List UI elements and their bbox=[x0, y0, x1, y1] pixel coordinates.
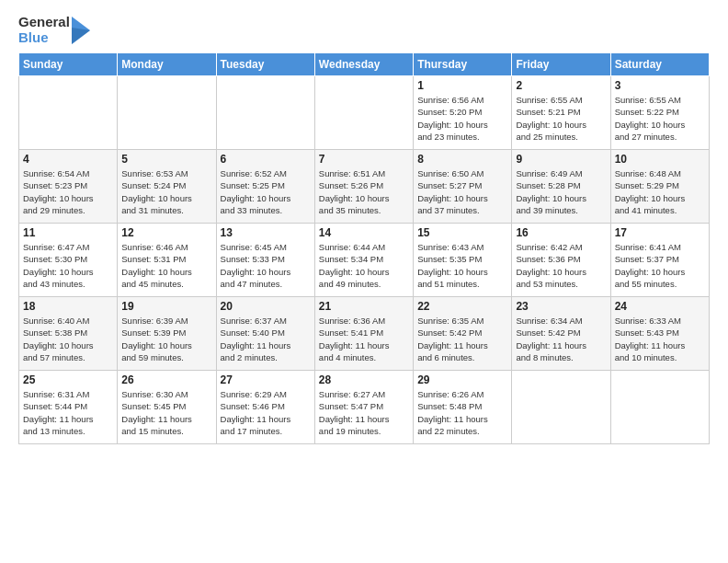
header-cell-wednesday: Wednesday bbox=[314, 53, 413, 76]
day-info: Sunrise: 6:45 AMSunset: 5:33 PMDaylight:… bbox=[221, 241, 311, 290]
calendar-body: 1Sunrise: 6:56 AMSunset: 5:20 PMDaylight… bbox=[19, 76, 710, 444]
day-cell-3: 3Sunrise: 6:55 AMSunset: 5:22 PMDaylight… bbox=[610, 76, 709, 150]
day-number: 3 bbox=[615, 79, 705, 92]
day-cell-28: 28Sunrise: 6:27 AMSunset: 5:47 PMDayligh… bbox=[314, 371, 413, 444]
day-number: 12 bbox=[121, 226, 211, 239]
day-number: 13 bbox=[221, 226, 311, 239]
day-info: Sunrise: 6:53 AMSunset: 5:24 PMDaylight:… bbox=[121, 167, 211, 216]
day-cell-7: 7Sunrise: 6:51 AMSunset: 5:26 PMDaylight… bbox=[314, 150, 413, 224]
day-number: 14 bbox=[319, 226, 409, 239]
day-number: 1 bbox=[417, 79, 507, 92]
day-info: Sunrise: 6:30 AMSunset: 5:45 PMDaylight:… bbox=[121, 388, 211, 437]
day-info: Sunrise: 6:54 AMSunset: 5:23 PMDaylight:… bbox=[23, 167, 113, 216]
week-row-1: 4Sunrise: 6:54 AMSunset: 5:23 PMDaylight… bbox=[19, 150, 710, 224]
day-info: Sunrise: 6:55 AMSunset: 5:22 PMDaylight:… bbox=[615, 94, 705, 143]
day-cell-29: 29Sunrise: 6:26 AMSunset: 5:48 PMDayligh… bbox=[414, 371, 512, 444]
day-cell-21: 21Sunrise: 6:36 AMSunset: 5:41 PMDayligh… bbox=[314, 297, 413, 371]
day-info: Sunrise: 6:29 AMSunset: 5:46 PMDaylight:… bbox=[221, 388, 311, 437]
week-row-2: 11Sunrise: 6:47 AMSunset: 5:30 PMDayligh… bbox=[19, 224, 710, 297]
day-cell-1: 1Sunrise: 6:56 AMSunset: 5:20 PMDaylight… bbox=[414, 76, 512, 150]
day-cell-16: 16Sunrise: 6:42 AMSunset: 5:36 PMDayligh… bbox=[512, 224, 610, 297]
page: General Blue SundayMondayTuesdayWednesda… bbox=[0, 0, 728, 563]
day-info: Sunrise: 6:37 AMSunset: 5:40 PMDaylight:… bbox=[221, 315, 311, 363]
day-number: 19 bbox=[121, 300, 211, 313]
day-info: Sunrise: 6:41 AMSunset: 5:37 PMDaylight:… bbox=[615, 241, 705, 290]
empty-cell bbox=[314, 76, 413, 150]
day-number: 5 bbox=[121, 153, 211, 166]
header-cell-monday: Monday bbox=[118, 53, 216, 76]
logo-general: General bbox=[18, 15, 70, 30]
day-number: 6 bbox=[221, 153, 311, 166]
day-cell-23: 23Sunrise: 6:34 AMSunset: 5:42 PMDayligh… bbox=[512, 297, 610, 371]
day-cell-6: 6Sunrise: 6:52 AMSunset: 5:25 PMDaylight… bbox=[216, 150, 314, 224]
header-cell-tuesday: Tuesday bbox=[216, 53, 314, 76]
day-cell-15: 15Sunrise: 6:43 AMSunset: 5:35 PMDayligh… bbox=[414, 224, 512, 297]
day-info: Sunrise: 6:35 AMSunset: 5:42 PMDaylight:… bbox=[417, 315, 507, 363]
day-cell-8: 8Sunrise: 6:50 AMSunset: 5:27 PMDaylight… bbox=[414, 150, 512, 224]
logo-blue: Blue bbox=[18, 30, 70, 46]
day-number: 9 bbox=[516, 153, 606, 166]
day-cell-24: 24Sunrise: 6:33 AMSunset: 5:43 PMDayligh… bbox=[610, 297, 709, 371]
day-info: Sunrise: 6:39 AMSunset: 5:39 PMDaylight:… bbox=[121, 315, 211, 363]
day-info: Sunrise: 6:56 AMSunset: 5:20 PMDaylight:… bbox=[417, 94, 507, 143]
empty-cell bbox=[19, 76, 118, 150]
day-info: Sunrise: 6:48 AMSunset: 5:29 PMDaylight:… bbox=[615, 167, 705, 216]
day-number: 22 bbox=[417, 300, 507, 313]
day-info: Sunrise: 6:27 AMSunset: 5:47 PMDaylight:… bbox=[319, 388, 409, 437]
day-cell-12: 12Sunrise: 6:46 AMSunset: 5:31 PMDayligh… bbox=[118, 224, 216, 297]
header-cell-friday: Friday bbox=[512, 53, 610, 76]
day-number: 20 bbox=[221, 300, 311, 313]
header-cell-sunday: Sunday bbox=[19, 53, 118, 76]
calendar-header: SundayMondayTuesdayWednesdayThursdayFrid… bbox=[19, 53, 710, 76]
day-info: Sunrise: 6:31 AMSunset: 5:44 PMDaylight:… bbox=[23, 388, 113, 437]
day-cell-20: 20Sunrise: 6:37 AMSunset: 5:40 PMDayligh… bbox=[216, 297, 314, 371]
day-cell-2: 2Sunrise: 6:55 AMSunset: 5:21 PMDaylight… bbox=[512, 76, 610, 150]
day-info: Sunrise: 6:42 AMSunset: 5:36 PMDaylight:… bbox=[516, 241, 606, 290]
day-cell-4: 4Sunrise: 6:54 AMSunset: 5:23 PMDaylight… bbox=[19, 150, 118, 224]
day-number: 25 bbox=[23, 373, 113, 386]
day-info: Sunrise: 6:49 AMSunset: 5:28 PMDaylight:… bbox=[516, 167, 606, 216]
day-info: Sunrise: 6:55 AMSunset: 5:21 PMDaylight:… bbox=[516, 94, 606, 143]
day-info: Sunrise: 6:43 AMSunset: 5:35 PMDaylight:… bbox=[417, 241, 507, 290]
day-number: 8 bbox=[417, 153, 507, 166]
day-cell-13: 13Sunrise: 6:45 AMSunset: 5:33 PMDayligh… bbox=[216, 224, 314, 297]
empty-cell bbox=[610, 371, 709, 444]
empty-cell bbox=[512, 371, 610, 444]
day-cell-26: 26Sunrise: 6:30 AMSunset: 5:45 PMDayligh… bbox=[118, 371, 216, 444]
empty-cell bbox=[216, 76, 314, 150]
day-info: Sunrise: 6:26 AMSunset: 5:48 PMDaylight:… bbox=[417, 388, 507, 437]
logo: General Blue bbox=[18, 15, 90, 45]
day-cell-25: 25Sunrise: 6:31 AMSunset: 5:44 PMDayligh… bbox=[19, 371, 118, 444]
logo-graphic: General Blue bbox=[18, 15, 90, 45]
day-info: Sunrise: 6:34 AMSunset: 5:42 PMDaylight:… bbox=[516, 315, 606, 363]
logo-arrow-icon bbox=[72, 17, 90, 44]
header: General Blue bbox=[18, 15, 710, 45]
day-info: Sunrise: 6:51 AMSunset: 5:26 PMDaylight:… bbox=[319, 167, 409, 216]
empty-cell bbox=[118, 76, 216, 150]
header-row: SundayMondayTuesdayWednesdayThursdayFrid… bbox=[19, 53, 710, 76]
week-row-4: 25Sunrise: 6:31 AMSunset: 5:44 PMDayligh… bbox=[19, 371, 710, 444]
day-cell-27: 27Sunrise: 6:29 AMSunset: 5:46 PMDayligh… bbox=[216, 371, 314, 444]
day-info: Sunrise: 6:44 AMSunset: 5:34 PMDaylight:… bbox=[319, 241, 409, 290]
day-number: 18 bbox=[23, 300, 113, 313]
day-info: Sunrise: 6:36 AMSunset: 5:41 PMDaylight:… bbox=[319, 315, 409, 363]
day-cell-11: 11Sunrise: 6:47 AMSunset: 5:30 PMDayligh… bbox=[19, 224, 118, 297]
day-number: 2 bbox=[516, 79, 606, 92]
day-info: Sunrise: 6:46 AMSunset: 5:31 PMDaylight:… bbox=[121, 241, 211, 290]
week-row-3: 18Sunrise: 6:40 AMSunset: 5:38 PMDayligh… bbox=[19, 297, 710, 371]
day-number: 28 bbox=[319, 373, 409, 386]
day-number: 24 bbox=[615, 300, 705, 313]
day-number: 7 bbox=[319, 153, 409, 166]
day-cell-9: 9Sunrise: 6:49 AMSunset: 5:28 PMDaylight… bbox=[512, 150, 610, 224]
day-number: 27 bbox=[221, 373, 311, 386]
day-cell-14: 14Sunrise: 6:44 AMSunset: 5:34 PMDayligh… bbox=[314, 224, 413, 297]
day-number: 15 bbox=[417, 226, 507, 239]
day-number: 21 bbox=[319, 300, 409, 313]
header-cell-thursday: Thursday bbox=[414, 53, 512, 76]
day-number: 29 bbox=[417, 373, 507, 386]
svg-marker-1 bbox=[72, 28, 90, 44]
day-cell-10: 10Sunrise: 6:48 AMSunset: 5:29 PMDayligh… bbox=[610, 150, 709, 224]
day-number: 10 bbox=[615, 153, 705, 166]
day-info: Sunrise: 6:33 AMSunset: 5:43 PMDaylight:… bbox=[615, 315, 705, 363]
day-cell-22: 22Sunrise: 6:35 AMSunset: 5:42 PMDayligh… bbox=[414, 297, 512, 371]
